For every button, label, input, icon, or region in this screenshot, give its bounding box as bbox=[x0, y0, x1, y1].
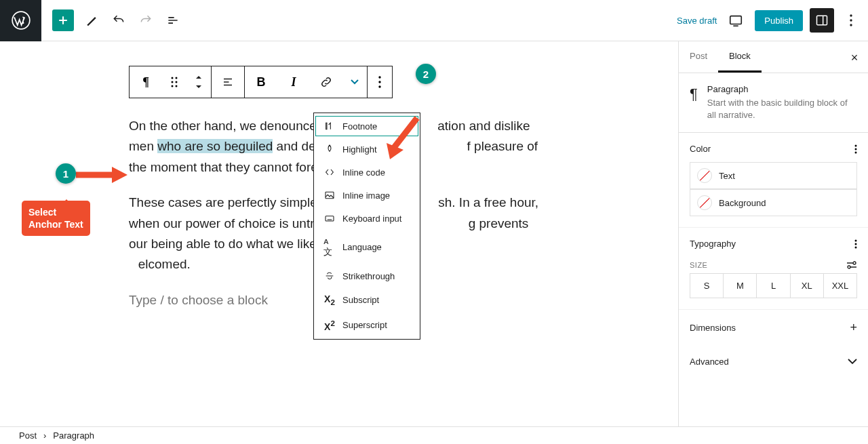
image-icon bbox=[323, 190, 336, 201]
breadcrumb-footer: Post › Paragraph bbox=[0, 426, 868, 444]
svg-point-7 bbox=[176, 77, 178, 79]
size-m[interactable]: M bbox=[724, 274, 757, 298]
breadcrumb-post[interactable]: Post bbox=[19, 430, 37, 441]
redo-button[interactable] bbox=[132, 7, 159, 34]
svg-point-14 bbox=[378, 85, 380, 87]
sidebar-tabs: Post Block × bbox=[679, 41, 868, 73]
language-icon: ᴀ文 bbox=[323, 236, 336, 258]
svg-point-11 bbox=[176, 85, 178, 87]
highlight-icon bbox=[323, 144, 336, 155]
svg-rect-1 bbox=[730, 16, 742, 24]
sidebar-toggle-button[interactable] bbox=[810, 8, 834, 33]
color-panel: Color Text Background bbox=[679, 133, 868, 228]
selected-text: who are so beguiled bbox=[157, 139, 273, 153]
link-button[interactable] bbox=[310, 66, 342, 98]
annotation-badge-2: 2 bbox=[416, 64, 436, 84]
menu-item-inline-image[interactable]: Inline image bbox=[314, 184, 420, 207]
block-options-button[interactable] bbox=[368, 66, 392, 98]
size-xl[interactable]: XL bbox=[791, 274, 824, 298]
menu-item-strikethrough[interactable]: Strikethrough bbox=[314, 264, 420, 287]
svg-point-23 bbox=[853, 262, 856, 264]
annotation-badge-1: 1 bbox=[56, 163, 76, 184]
strike-icon bbox=[323, 270, 336, 281]
breadcrumb-paragraph[interactable]: Paragraph bbox=[53, 430, 94, 441]
wordpress-logo[interactable] bbox=[0, 0, 41, 41]
color-options-button[interactable] bbox=[854, 144, 857, 154]
size-s[interactable]: S bbox=[690, 274, 724, 298]
tools-button[interactable] bbox=[78, 7, 105, 34]
menu-item-inline-code[interactable]: Inline code bbox=[314, 161, 420, 184]
publish-button[interactable]: Publish bbox=[755, 10, 803, 31]
chevron-right-icon: › bbox=[43, 430, 46, 441]
add-block-button[interactable] bbox=[52, 9, 74, 31]
tab-block[interactable]: Block bbox=[718, 41, 762, 73]
block-toolbar: ¶ B I bbox=[129, 66, 393, 98]
undo-button[interactable] bbox=[105, 7, 132, 34]
svg-point-24 bbox=[848, 266, 850, 268]
preview-button[interactable] bbox=[724, 8, 748, 33]
close-sidebar-button[interactable]: × bbox=[846, 49, 863, 66]
color-title: Color bbox=[690, 144, 711, 154]
size-xxl[interactable]: XXL bbox=[824, 274, 856, 298]
svg-point-5 bbox=[850, 24, 852, 26]
block-info: ¶ Paragraph Start with the basic buildin… bbox=[679, 73, 868, 133]
align-button[interactable] bbox=[212, 66, 244, 98]
svg-point-6 bbox=[172, 77, 174, 79]
color-background-row[interactable]: Background bbox=[690, 189, 857, 216]
main-area: ¶ B I bbox=[0, 41, 868, 426]
move-buttons[interactable] bbox=[186, 66, 211, 98]
annotation-callout: Select Anchor Text bbox=[22, 201, 90, 236]
dimensions-panel[interactable]: Dimensions + bbox=[679, 310, 868, 346]
svg-rect-2 bbox=[817, 16, 827, 24]
block-name: Paragraph bbox=[707, 84, 857, 94]
save-draft-button[interactable]: Save draft bbox=[677, 16, 717, 26]
paragraph-icon: ¶ bbox=[690, 85, 698, 103]
size-label: SIZE bbox=[690, 261, 707, 269]
keyboard-icon bbox=[323, 213, 336, 224]
size-button-group: S M L XL XXL bbox=[690, 273, 857, 298]
document-overview-button[interactable] bbox=[159, 7, 186, 34]
more-rich-text-button[interactable] bbox=[342, 66, 367, 98]
menu-item-subscript[interactable]: X2 Subscript bbox=[314, 287, 420, 312]
tab-post[interactable]: Post bbox=[679, 41, 718, 73]
svg-point-9 bbox=[176, 81, 178, 83]
italic-button[interactable]: I bbox=[277, 66, 310, 98]
svg-point-13 bbox=[378, 81, 380, 83]
size-custom-button[interactable] bbox=[846, 261, 857, 269]
top-bar: Save draft Publish bbox=[0, 0, 868, 41]
svg-point-20 bbox=[855, 239, 857, 241]
color-text-row[interactable]: Text bbox=[690, 162, 857, 189]
block-type-button[interactable]: ¶ bbox=[130, 66, 162, 98]
editor-canvas: ¶ B I bbox=[0, 41, 678, 426]
chevron-down-icon bbox=[848, 359, 857, 365]
svg-point-19 bbox=[855, 151, 857, 153]
plus-icon: + bbox=[850, 321, 857, 335]
size-l[interactable]: L bbox=[757, 274, 790, 298]
typography-title: Typography bbox=[690, 239, 736, 249]
annotation-arrow-2 bbox=[383, 115, 424, 162]
text-swatch bbox=[697, 168, 712, 183]
block-description: Start with the basic building block of a… bbox=[707, 97, 857, 121]
more-options-button[interactable] bbox=[841, 14, 861, 26]
typography-options-button[interactable] bbox=[854, 239, 857, 249]
settings-sidebar: Post Block × ¶ Paragraph Start with the … bbox=[678, 41, 868, 426]
drag-handle-button[interactable] bbox=[162, 66, 186, 98]
svg-point-17 bbox=[855, 144, 857, 146]
menu-item-superscript[interactable]: X2 Superscript bbox=[314, 312, 420, 338]
svg-rect-15 bbox=[326, 192, 334, 198]
toolbar-right: Save draft Publish bbox=[677, 8, 868, 33]
svg-point-21 bbox=[855, 243, 857, 245]
svg-rect-16 bbox=[326, 216, 334, 221]
typography-panel: Typography SIZE S M L XL XXL bbox=[679, 228, 868, 310]
menu-item-keyboard[interactable]: Keyboard input bbox=[314, 207, 420, 230]
footnote-icon bbox=[323, 121, 336, 132]
superscript-icon: X2 bbox=[323, 319, 336, 332]
code-icon bbox=[323, 167, 336, 178]
svg-point-12 bbox=[378, 76, 380, 78]
subscript-icon: X2 bbox=[323, 294, 336, 306]
bold-button[interactable]: B bbox=[245, 66, 277, 98]
advanced-panel[interactable]: Advanced bbox=[679, 346, 868, 378]
menu-item-language[interactable]: ᴀ文 Language bbox=[314, 230, 420, 264]
svg-point-10 bbox=[172, 85, 174, 87]
svg-point-22 bbox=[855, 246, 857, 248]
